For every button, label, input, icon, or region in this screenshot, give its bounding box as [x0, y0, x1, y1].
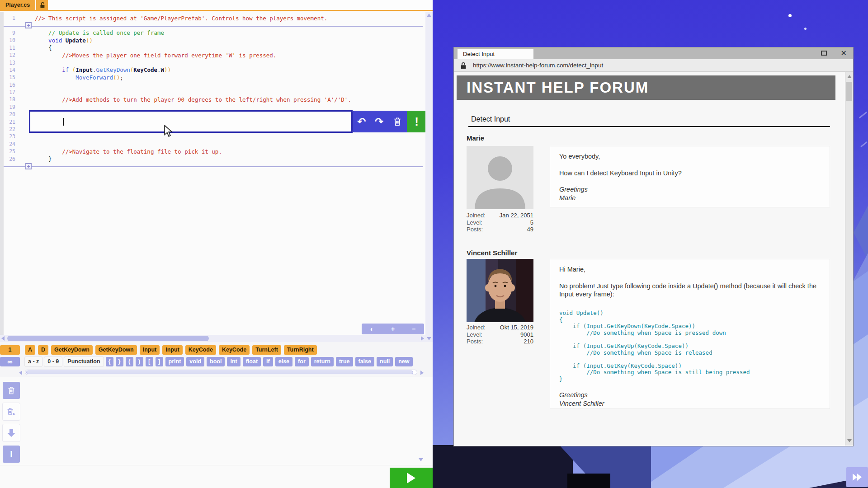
token-scrollbar[interactable] [25, 370, 417, 375]
token-input[interactable]: Input [162, 345, 183, 355]
token-keycode[interactable]: KeyCode [219, 345, 250, 355]
signature: Vincent Schiller [559, 399, 821, 408]
code-area[interactable]: 1//> This script is assigned at 'Game/Pl… [0, 12, 425, 335]
token-[interactable]: ) [136, 357, 143, 366]
token-punctuation[interactable]: Punctuation [64, 357, 103, 366]
editor-zoom-bar[interactable]: ◐ + − [362, 324, 424, 334]
editor-horizontal-scrollbar[interactable] [0, 335, 425, 342]
fold-line [4, 26, 423, 27]
scrollbar-thumb[interactable] [7, 336, 209, 341]
token-else[interactable]: else [275, 357, 292, 366]
scroll-up-icon[interactable] [847, 75, 852, 78]
browser-tab[interactable]: Detect Input [458, 49, 533, 59]
fold-expand-button[interactable]: + [25, 163, 32, 169]
info-icon: i [10, 449, 12, 459]
token-keycode[interactable]: KeyCode [185, 345, 216, 355]
token-if[interactable]: if [263, 357, 273, 366]
token-int[interactable]: int [227, 357, 240, 366]
token-09[interactable]: 0 - 9 [44, 357, 62, 366]
code-text: //>Moves the player one field forward ev… [19, 52, 276, 59]
contrast-icon[interactable]: ◐ [370, 325, 374, 333]
scroll-right-icon[interactable] [420, 371, 424, 375]
fast-forward-button[interactable] [846, 467, 868, 487]
redo-icon[interactable]: ↷ [375, 117, 383, 127]
post-text: No problem! Just type following code ins… [559, 282, 821, 298]
token-d[interactable]: D [38, 345, 48, 355]
delete-icon[interactable] [392, 117, 402, 127]
token-null[interactable]: null [377, 357, 393, 366]
scroll-right-icon[interactable] [421, 336, 424, 341]
token-az[interactable]: a - z [25, 357, 42, 366]
run-button[interactable] [390, 468, 433, 488]
confirm-button[interactable]: ! [407, 111, 426, 132]
divider [0, 465, 433, 465]
browser-scrollbar[interactable] [845, 72, 853, 446]
token-turnleft[interactable]: TurnLeft [252, 345, 281, 355]
token-count: 1 [0, 345, 20, 355]
undo-icon[interactable]: ↶ [357, 117, 366, 127]
token-getkeydown[interactable]: GetKeyDown [95, 345, 137, 355]
maximize-icon[interactable] [821, 51, 827, 56]
code-text: //>Add methods to turn the player 90 deg… [19, 96, 351, 103]
editor-vertical-scrollbar[interactable] [425, 12, 433, 342]
trash-run-icon [6, 407, 16, 417]
browser-urlbar[interactable]: https://www.instant-help-forum.com/detec… [454, 59, 853, 72]
delete-run-tool-button[interactable] [3, 403, 20, 420]
code-line: 18 //>Add methods to turn the player 90 … [0, 96, 425, 103]
signature: Marie [559, 194, 821, 202]
token-turnright[interactable]: TurnRight [284, 345, 317, 355]
scrollbar-thumb[interactable] [846, 82, 852, 101]
scrollbar-thumb[interactable] [26, 371, 413, 374]
scroll-up-icon[interactable] [427, 14, 431, 17]
info-tool-button[interactable]: i [3, 446, 20, 463]
token-new[interactable]: new [395, 357, 412, 366]
forum-page: INSTANT HELP FORUM Detect Input Marie Jo… [454, 72, 853, 446]
stat-value: Okt 15, 2019 [500, 324, 533, 331]
scroll-down-icon[interactable] [427, 337, 431, 340]
browser-titlebar[interactable]: Detect Input ✕ [454, 47, 853, 59]
mouse-cursor [164, 125, 174, 137]
token-input[interactable]: Input [140, 345, 160, 355]
token-[interactable]: [ [146, 357, 153, 366]
scroll-left-icon[interactable] [19, 371, 22, 375]
scroll-down-icon[interactable] [847, 439, 852, 442]
play-icon [407, 473, 415, 483]
fold-expand-button[interactable]: + [25, 22, 32, 28]
code-snippet: void Update() { if (Input.GetKeyDown(Key… [559, 310, 821, 383]
code-edit-box[interactable] [29, 110, 353, 133]
token-for[interactable]: for [295, 357, 309, 366]
signature: Greetings [559, 185, 821, 194]
forum-banner: INSTANT HELP FORUM [457, 75, 835, 100]
scroll-left-icon[interactable] [1, 336, 5, 341]
stat-label: Posts: [467, 338, 483, 345]
code-line: 15 MoveForward(); [0, 74, 425, 81]
close-icon[interactable]: ✕ [841, 49, 847, 57]
token-[interactable]: ] [156, 357, 163, 366]
zoom-out-icon[interactable]: − [412, 325, 415, 333]
zoom-in-icon[interactable]: + [391, 325, 395, 333]
delete-tool-button[interactable] [3, 382, 20, 399]
code-lines: 1//> This script is assigned at 'Game/Pl… [0, 14, 425, 170]
token-getkeydown[interactable]: GetKeyDown [51, 345, 93, 355]
token-print[interactable]: print [165, 357, 184, 366]
browser-window: Detect Input ✕ https://www.instant-help-… [453, 47, 854, 446]
token-float[interactable]: float [243, 357, 261, 366]
unlock-icon[interactable] [36, 0, 48, 10]
token-true[interactable]: true [336, 357, 353, 366]
token-[interactable]: ( [126, 357, 133, 366]
file-tab[interactable]: Player.cs [0, 0, 35, 10]
token-void[interactable]: void [186, 357, 204, 366]
move-down-tool-button[interactable] [3, 424, 20, 441]
url-text[interactable]: https://www.instant-help-forum.com/detec… [473, 59, 603, 72]
token-[interactable]: } [116, 357, 123, 366]
token-[interactable]: { [106, 357, 113, 366]
scroll-down-icon[interactable] [419, 458, 423, 461]
token-return[interactable]: return [311, 357, 334, 366]
wallpaper-shape [433, 445, 573, 488]
token-bool[interactable]: bool [207, 357, 225, 366]
code-text: if (Input.GetKeyDown(KeyCode.W)) [19, 66, 171, 73]
token-a[interactable]: A [25, 345, 35, 355]
post-text: Hi Marie, [559, 265, 821, 273]
token-false[interactable]: false [355, 357, 375, 366]
code-line: 11 { [0, 44, 425, 52]
